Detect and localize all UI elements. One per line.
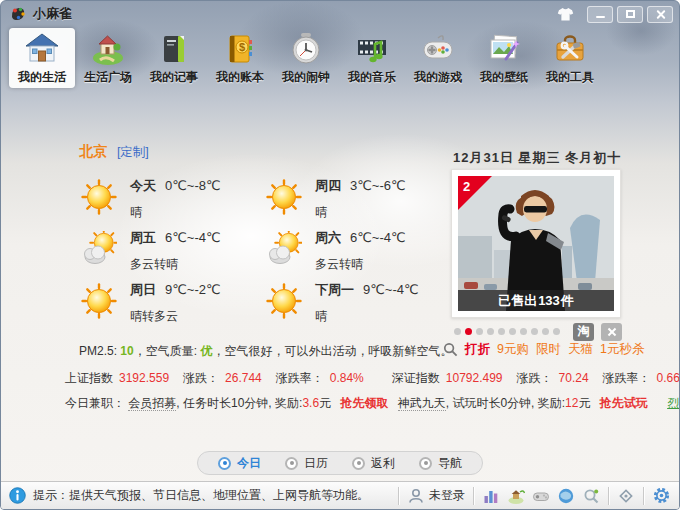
app-logo-icon — [9, 5, 27, 23]
sold-suffix: 件 — [561, 292, 574, 310]
weather-cell: 周日9℃~-2℃晴转多云 — [81, 281, 266, 333]
carousel-dot[interactable] — [498, 328, 505, 335]
tab-navigation[interactable]: 导航 — [419, 455, 462, 472]
sh-index-label: 上证指数 — [65, 371, 113, 385]
svg-text:$: $ — [239, 41, 245, 53]
game-link-lieyan[interactable]: 烈焰 — [667, 396, 680, 410]
tab-today[interactable]: 今日 — [218, 455, 261, 472]
carousel-dot[interactable] — [454, 328, 461, 335]
ad-close-button[interactable] — [601, 323, 622, 341]
promo-link-discount[interactable]: 打折 — [465, 341, 490, 358]
sold-bar: 已售出133件 — [458, 290, 614, 311]
job1-link[interactable]: 会员招募 — [128, 396, 176, 411]
minimize-button[interactable] — [587, 6, 613, 23]
tab-label: 返利 — [371, 455, 395, 472]
nav-tab-label: 我的账本 — [216, 69, 264, 86]
weather-cell: 下周一9℃~-4℃晴 — [266, 281, 446, 333]
titlebar: 小麻雀 — [1, 1, 679, 27]
rank-badge: 2 — [458, 176, 492, 210]
compass-diamond-icon — [617, 487, 635, 505]
nav-tab-label: 我的壁纸 — [480, 69, 528, 86]
nav-tab-my-tools[interactable]: 我的工具 — [537, 28, 603, 88]
job1-reward: 3.6 — [302, 396, 319, 410]
tab-label: 导航 — [438, 455, 462, 472]
carousel-dot[interactable] — [531, 328, 538, 335]
sz-rate-value: 0.66% — [657, 371, 680, 385]
nav-tab-my-life[interactable]: 我的生活 — [9, 28, 75, 88]
taobao-badge[interactable]: 淘 — [573, 323, 594, 341]
nav-tab-life-plaza[interactable]: 生活广场 — [75, 28, 141, 88]
login-button[interactable]: 未登录 — [407, 487, 465, 505]
weather-day: 今天 — [130, 177, 156, 195]
promo-link-limited[interactable]: 限时 — [536, 341, 561, 358]
job2-link[interactable]: 神武九天 — [398, 396, 446, 411]
navigate-button[interactable] — [617, 487, 635, 505]
weather-cell: 今天0℃~-8℃晴 — [81, 177, 266, 229]
product-ad-card[interactable]: 2 已售出133件 — [451, 169, 621, 318]
nav-tab-my-games[interactable]: 我的游戏 — [405, 28, 471, 88]
close-icon — [655, 9, 666, 20]
carousel-dot[interactable] — [542, 328, 549, 335]
job1-action-link[interactable]: 抢先领取 — [340, 396, 388, 410]
job1-detail: , 任务时长10分钟, 奖励: — [176, 396, 302, 410]
login-label: 未登录 — [429, 487, 465, 504]
weather-condition: 晴 — [130, 204, 221, 221]
nav-tab-my-ledger[interactable]: $ 我的账本 — [207, 28, 273, 88]
nav-tab-label: 我的闹钟 — [282, 69, 330, 86]
weather-condition: 多云转晴 — [315, 256, 406, 273]
settings-button[interactable] — [652, 486, 671, 505]
maximize-icon — [626, 10, 635, 18]
carousel-dots-row: 淘 — [454, 322, 622, 341]
promo-link-seckill[interactable]: 1元秒杀 — [600, 341, 644, 358]
promo-row: 打折 9元购 限时 天猫 1元秒杀 — [443, 341, 644, 358]
promo-link-tmall[interactable]: 天猫 — [568, 341, 593, 358]
clock-icon — [287, 31, 325, 67]
sh-change-label: 涨跌： — [183, 371, 219, 385]
tab-rebate[interactable]: 返利 — [352, 455, 395, 472]
weather-condition: 多云转晴 — [130, 256, 221, 273]
games-icon[interactable] — [532, 487, 550, 505]
sun-cloud-icon — [81, 231, 117, 267]
nav-tab-label: 我的生活 — [18, 69, 66, 86]
nav-tab-my-wallpaper[interactable]: 我的壁纸 — [471, 28, 537, 88]
quick-icons — [482, 487, 600, 505]
skin-button[interactable] — [553, 4, 577, 24]
globe-icon[interactable] — [557, 487, 575, 505]
nav-tab-label: 我的游戏 — [414, 69, 462, 86]
tab-label: 今日 — [237, 455, 261, 472]
close-x-icon — [607, 327, 617, 337]
nav-tab-my-notes[interactable]: 我的记事 — [141, 28, 207, 88]
maximize-button[interactable] — [617, 6, 643, 23]
carousel-dot[interactable] — [509, 328, 516, 335]
close-button[interactable] — [647, 6, 673, 23]
carousel-dot[interactable] — [476, 328, 483, 335]
weather-day: 周日 — [130, 281, 156, 299]
promo-link-9yuan[interactable]: 9元购 — [497, 341, 529, 358]
job2-action-link[interactable]: 抢先试玩 — [600, 396, 648, 410]
stocks-icon[interactable] — [482, 487, 500, 505]
sun-icon — [81, 283, 117, 319]
sz-rate-label: 涨跌率： — [603, 371, 651, 385]
product-image: 2 已售出133件 — [458, 176, 614, 311]
ledger-icon: $ — [221, 31, 259, 67]
tab-calendar[interactable]: 日历 — [285, 455, 328, 472]
customize-link[interactable]: [定制] — [117, 145, 149, 159]
air-quality-line: PM2.5: 10，空气质量: 优，空气很好，可以外出活动，呼吸新鲜空气。 — [79, 343, 452, 360]
life-icon[interactable] — [507, 487, 525, 505]
carousel-dot[interactable] — [487, 328, 494, 335]
carousel-dot[interactable] — [553, 328, 560, 335]
carousel-dot[interactable] — [520, 328, 527, 335]
divider — [608, 487, 609, 505]
radio-icon — [419, 457, 432, 470]
nav-tab-my-alarm[interactable]: 我的闹钟 — [273, 28, 339, 88]
map-search-icon[interactable] — [582, 487, 600, 505]
stocks-line: 上证指数3192.559涨跌：26.744涨跌率：0.84%深证指数10792.… — [65, 370, 680, 387]
nav-tab-my-music[interactable]: 我的音乐 — [339, 28, 405, 88]
sz-index-value: 10792.499 — [446, 371, 503, 385]
gamepad-icon — [419, 31, 457, 67]
carousel-dot[interactable] — [465, 328, 472, 335]
sh-index-value: 3192.559 — [119, 371, 169, 385]
job2-unit: 元 — [578, 396, 590, 410]
radio-icon — [285, 457, 298, 470]
divider — [473, 487, 474, 505]
